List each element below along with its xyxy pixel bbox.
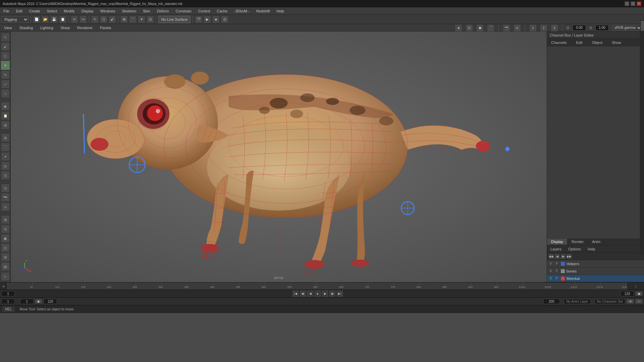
menu-windows[interactable]: Windows [99, 8, 117, 14]
poly-sel-btn[interactable]: ▣ [476, 24, 484, 32]
render-btn[interactable]: ▶ [204, 16, 211, 23]
tab-edit[interactable]: Edit [573, 40, 585, 45]
lasso-tool-btn[interactable]: ⬡ [100, 16, 107, 23]
nav-first-btn[interactable]: ◀◀ [548, 254, 554, 259]
view-menu-lighting[interactable]: Lighting [38, 25, 55, 31]
camera-tools-btn[interactable]: 📷 [1, 193, 10, 202]
paint-sel-btn[interactable]: 🖌 [109, 16, 116, 23]
tab-options[interactable]: Options [566, 246, 583, 252]
menu-modify[interactable]: Modify [62, 8, 76, 14]
menu-select[interactable]: Select [46, 8, 59, 14]
lasso-btn[interactable]: ⬡ [1, 52, 10, 60]
quick-layout5-btn[interactable]: ⊞ [1, 253, 10, 261]
snap-grid-btn[interactable]: ⊞ [120, 16, 128, 23]
frame-start-input[interactable] [1, 291, 15, 296]
playback-options-btn[interactable]: ◼ [635, 291, 643, 296]
nav-last-btn[interactable]: ▶▶ [567, 254, 572, 259]
layer-v-meerkat[interactable]: V [548, 277, 553, 280]
mel-indicator[interactable]: MEL [3, 307, 14, 312]
layer-p-bones[interactable]: P [554, 269, 559, 273]
play-back-btn[interactable]: ◀ [307, 291, 313, 297]
layer-p-meerkat[interactable]: P [554, 277, 559, 280]
component-btn[interactable]: ⊡ [466, 24, 473, 32]
view-menu-view[interactable]: View [2, 25, 14, 31]
isolate-btn[interactable]: ⊙ [514, 24, 521, 32]
play-fwd-btn[interactable]: ▶ [322, 291, 328, 297]
menu-cache[interactable]: Cache [215, 8, 229, 14]
select-btn[interactable]: ↖ [1, 33, 10, 42]
render-region-btn[interactable]: ⊡ [221, 16, 228, 23]
step-fwd-btn[interactable]: |▶ [329, 291, 335, 297]
rotate-btn[interactable]: ↻ [1, 70, 10, 79]
stop-btn[interactable]: ■ [315, 291, 321, 297]
mode-selector[interactable]: Rigging Animation Modeling Rendering [1, 16, 29, 23]
history-btn[interactable]: 📋 [1, 111, 10, 120]
tab-render[interactable]: Render [568, 239, 588, 245]
paint-sel-btn2[interactable]: 🖌 [1, 42, 10, 51]
tab-display[interactable]: Display [547, 239, 568, 245]
frame-end-input[interactable] [621, 291, 634, 296]
render-region-btn2[interactable]: ⊡ [1, 184, 10, 192]
save-as-btn[interactable]: 📋 [59, 16, 66, 23]
layer-row-meerkat[interactable]: V P Meerkat [547, 275, 644, 282]
menu-constrain[interactable]: Constrain [174, 8, 193, 14]
quick-layout4-btn[interactable]: ◫ [1, 243, 10, 252]
move-btn[interactable]: ✥ [1, 61, 10, 70]
show-manip-btn[interactable]: ⊞ [1, 121, 10, 129]
char-set-add-btn[interactable]: + [635, 299, 643, 304]
layer-p-helpers[interactable]: P [554, 262, 559, 265]
char-set-options-btn[interactable]: ⚙ [627, 299, 634, 304]
current-frame-input[interactable] [1, 299, 15, 304]
open-file-btn[interactable]: 📂 [42, 16, 49, 23]
tab-help[interactable]: Help [586, 246, 597, 252]
value2-input[interactable] [595, 25, 609, 31]
scrollbar-thumb[interactable] [641, 21, 644, 31]
right-scrollbar[interactable] [640, 20, 644, 255]
go-start-btn[interactable]: |◀ [292, 291, 299, 297]
menu-control[interactable]: Control [197, 8, 211, 14]
snap-point-btn2[interactable]: ✦ [1, 152, 10, 161]
soft-select-btn[interactable]: ◉ [1, 102, 10, 111]
scale-btn[interactable]: ⤢ [1, 80, 10, 88]
display2-btn[interactable]: 2 [540, 24, 547, 32]
close-button[interactable]: ✕ [637, 1, 641, 6]
display3-btn[interactable]: 3 [551, 24, 558, 32]
add-attr-btn[interactable]: + [1, 272, 10, 281]
undo-btn[interactable]: ↩ [71, 16, 78, 23]
snap-curve-btn2[interactable]: ⌒ [1, 143, 10, 152]
nav-prev-btn[interactable]: ◀ [554, 254, 560, 259]
maximize-button[interactable]: □ [631, 1, 635, 6]
range-start-input[interactable] [20, 299, 34, 304]
step-back-btn[interactable]: ◀| [300, 291, 306, 297]
ipr-btn[interactable]: ◈ [212, 16, 220, 23]
nav-next-btn[interactable]: ▶ [560, 254, 566, 259]
layer-row-helpers[interactable]: V P Helpers [547, 260, 644, 267]
no-anim-layer[interactable]: No Anim Layer [564, 299, 591, 304]
tab-layers[interactable]: Layers [548, 246, 564, 252]
menu-deform[interactable]: Deform [156, 8, 170, 14]
layer-v-helpers[interactable]: V [548, 262, 553, 265]
tab-anim[interactable]: Anim [588, 239, 605, 245]
menu-display[interactable]: Display [80, 8, 95, 14]
menu-3dto-all[interactable]: -3DtoAll - [233, 8, 251, 14]
layer-row-bones[interactable]: V P bones [547, 267, 644, 275]
tab-channels[interactable]: Channels [548, 40, 569, 45]
snap-live-btn[interactable]: ◎ [1, 162, 10, 170]
view-menu-shading[interactable]: Shading [17, 25, 35, 31]
view-menu-show[interactable]: Show [59, 25, 72, 31]
snap-view-btn2[interactable]: ⊡ [1, 171, 10, 180]
menu-create[interactable]: Create [28, 8, 42, 14]
camera-btn[interactable]: 📷 [503, 24, 510, 32]
no-char-set[interactable]: No Character Set [595, 299, 625, 304]
save-file-btn[interactable]: 💾 [50, 16, 58, 23]
viewport[interactable]: persp Y X [11, 32, 547, 282]
select-mask-btn[interactable]: ◈ [455, 24, 462, 32]
value1-input[interactable] [573, 25, 586, 31]
menu-help[interactable]: Help [275, 8, 285, 14]
max-frame-input[interactable] [543, 299, 560, 304]
quick-layout2-btn[interactable]: ⊡ [1, 225, 10, 233]
no-live-surface[interactable]: No Live Surface [158, 16, 191, 23]
tab-object[interactable]: Object [589, 40, 605, 45]
minimize-button[interactable]: ─ [625, 1, 629, 6]
go-end-btn[interactable]: ▶| [337, 291, 343, 297]
